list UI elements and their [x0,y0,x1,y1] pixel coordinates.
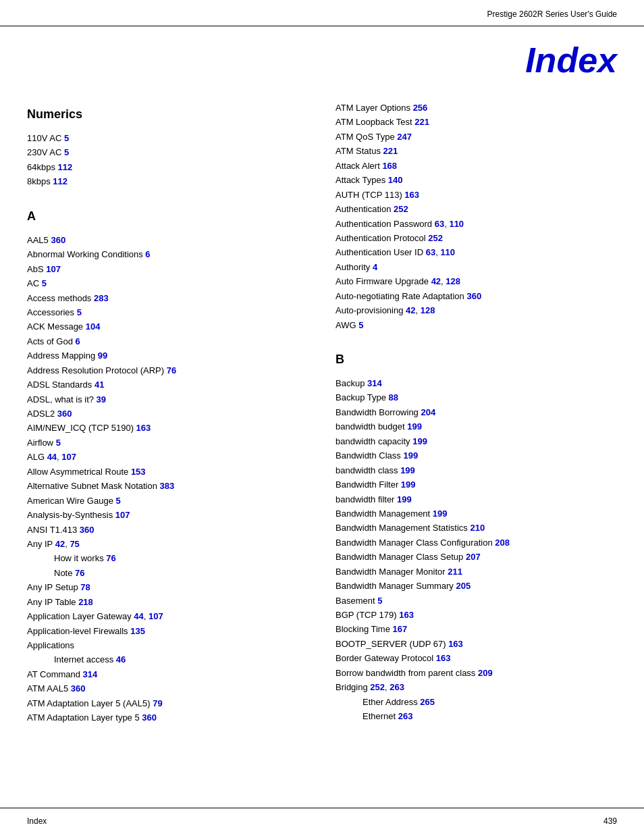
entry-text: BOOTP_SERVER (UDP 67) [336,639,448,649]
index-link[interactable]: 5 [377,596,382,606]
index-link[interactable]: 78 [80,582,90,592]
index-link[interactable]: 44 [47,452,57,462]
entry-text: AUTH (TCP 113) [336,190,404,200]
index-link[interactable]: 140 [388,175,403,185]
index-link[interactable]: 199 [407,421,422,432]
index-link[interactable]: 99 [98,350,107,361]
entry-text: ATM Adaptation Layer type 5 [27,712,142,723]
index-link[interactable]: 163 [404,190,419,200]
index-link[interactable]: 46 [116,654,126,664]
index-link[interactable]: 383 [160,481,175,491]
index-link[interactable]: 314 [83,669,98,679]
index-link[interactable]: 104 [86,321,101,332]
index-link[interactable]: 110 [440,247,455,257]
index-link[interactable]: 42 [431,276,441,286]
index-link[interactable]: 107 [115,510,130,520]
index-link[interactable]: 4 [373,262,377,272]
index-link[interactable]: 199 [433,509,448,519]
index-link[interactable]: 42 [406,305,415,315]
index-link[interactable]: 163 [399,610,414,620]
index-link[interactable]: 107 [149,611,163,621]
index-entry: Attack Alert 168 [336,159,617,173]
index-link[interactable]: 360 [466,291,481,301]
index-link[interactable]: 199 [401,479,416,490]
index-link[interactable]: 5 [358,320,363,330]
index-link[interactable]: 153 [131,467,146,477]
index-link[interactable]: 221 [383,146,398,156]
index-link[interactable]: 221 [414,117,429,127]
index-link[interactable]: 5 [77,307,82,317]
entry-text: Backup [336,378,367,388]
index-link[interactable]: 41 [95,380,104,390]
index-link[interactable]: 44 [134,611,143,621]
index-link[interactable]: 63 [426,247,435,257]
index-link[interactable]: 76 [75,568,84,578]
index-link[interactable]: 252 [370,682,385,692]
index-link[interactable]: 168 [382,161,397,171]
index-link[interactable]: 209 [478,668,493,678]
index-link[interactable]: 5 [42,278,47,288]
index-entry: How it works 76 [27,551,308,565]
index-link[interactable]: 5 [116,496,121,506]
index-link[interactable]: 88 [389,392,398,402]
entry-text: ACK Message [27,321,86,332]
index-link[interactable]: 79 [153,698,162,708]
index-link[interactable]: 199 [403,450,418,461]
index-link[interactable]: 75 [70,539,79,549]
index-link[interactable]: 135 [130,626,145,636]
index-link[interactable]: 208 [495,538,510,548]
index-link[interactable]: 107 [46,264,61,274]
index-link[interactable]: 218 [78,597,93,607]
index-link[interactable]: 163 [436,653,451,663]
index-entry: ATM Adaptation Layer 5 (AAL5) 79 [27,696,308,710]
index-link[interactable]: 76 [167,365,176,375]
index-link[interactable]: 6 [145,249,150,259]
index-link[interactable]: 5 [64,147,69,157]
index-link[interactable]: 360 [142,712,157,723]
index-link[interactable]: 107 [61,452,76,462]
index-link[interactable]: 163 [136,423,151,433]
index-link[interactable]: 263 [390,682,404,692]
index-link[interactable]: 163 [448,639,463,649]
index-link[interactable]: 42 [55,539,65,549]
index-link[interactable]: 205 [456,581,471,591]
index-link[interactable]: 112 [53,176,68,186]
index-link[interactable]: 167 [393,624,408,634]
index-link[interactable]: 360 [57,409,72,419]
entry-text: bandwidth filter [336,494,397,504]
index-link[interactable]: 110 [449,219,464,229]
index-link[interactable]: 207 [466,552,481,562]
index-link[interactable]: 210 [470,523,485,533]
index-link[interactable]: 76 [106,553,115,563]
index-link[interactable]: 39 [97,394,106,405]
index-link[interactable]: 199 [412,436,427,446]
index-link[interactable]: 256 [413,103,428,113]
index-link[interactable]: 360 [71,683,86,694]
index-link[interactable]: 199 [400,465,415,475]
index-link[interactable]: 263 [398,711,413,721]
index-link[interactable]: 252 [394,204,408,214]
index-entry: 110V AC 5 [27,131,308,145]
index-link[interactable]: 360 [80,525,95,535]
index-link[interactable]: 314 [367,378,382,388]
index-link[interactable]: 5 [64,133,69,143]
index-link[interactable]: 6 [76,336,80,346]
index-link[interactable]: 252 [428,233,443,243]
index-link[interactable]: 199 [397,494,412,504]
index-link[interactable]: 211 [448,567,462,577]
index-link[interactable]: 128 [421,305,435,315]
index-link[interactable]: 204 [421,407,435,417]
entry-text: bandwidth capacity [336,436,412,446]
index-link[interactable]: 360 [51,235,65,245]
index-link[interactable]: 112 [58,162,73,172]
entry-text: AAL5 [27,235,51,245]
index-link[interactable]: 283 [94,293,109,303]
index-link[interactable]: 128 [446,276,460,286]
index-link[interactable]: 247 [397,132,412,142]
index-link[interactable]: 5 [56,438,61,448]
entry-text: Border Gateway Protocol [336,653,436,663]
index-entry: Borrow bandwidth from parent class 209 [336,666,617,680]
index-entry: ATM AAL5 360 [27,681,308,696]
index-link[interactable]: 63 [435,219,444,229]
index-link[interactable]: 265 [420,697,435,707]
